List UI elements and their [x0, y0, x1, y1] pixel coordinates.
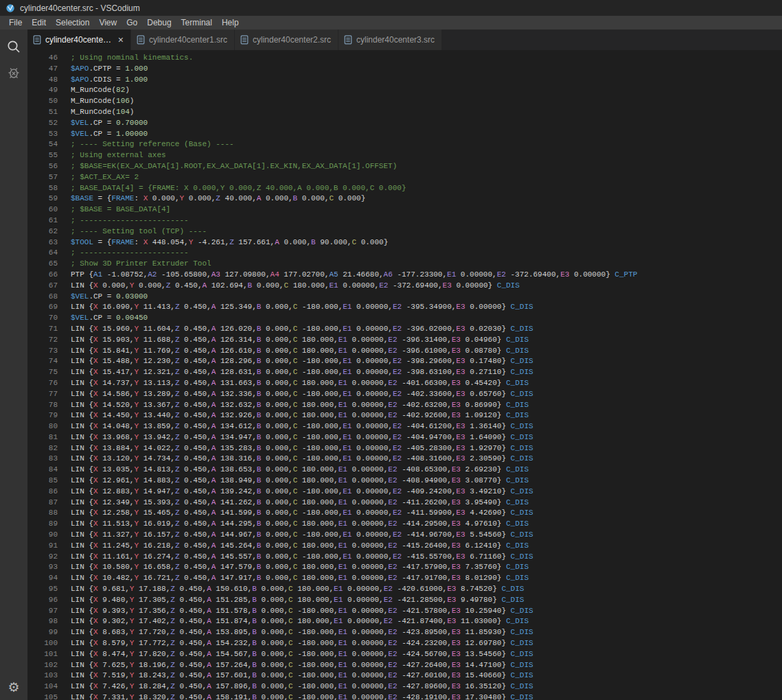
code-line: 72LIN {X 15.903,Y 11.688,Z 0.450,A 126.3…	[27, 335, 782, 346]
menu-file[interactable]: File	[4, 17, 27, 28]
code-line-text: LIN {X 7.519,Y 18.243,Z 0.450,A 157.601,…	[71, 670, 533, 681]
line-number: 62	[27, 226, 71, 237]
code-line-text: LIN {X 15.903,Y 11.688,Z 0.450,A 126.314…	[71, 335, 529, 346]
line-number: 50	[27, 96, 71, 107]
line-number: 75	[27, 367, 71, 378]
code-line: 91LIN {X 11.245,Y 16.218,Z 0.450,A 145.2…	[27, 541, 782, 552]
line-number: 63	[27, 237, 71, 248]
code-line: 95LIN {X 9.681,Y 17.188,Z 0.450,A 150.61…	[27, 584, 782, 595]
tab-label: cylinder40center2.src	[253, 35, 331, 45]
menu-edit[interactable]: Edit	[27, 17, 51, 28]
code-line: 84LIN {X 13.035,Y 14.813,Z 0.450,A 138.6…	[27, 465, 782, 476]
line-number: 46	[27, 53, 71, 64]
window-title: cylinder40center.src - VSCodium	[20, 3, 140, 13]
menu-selection[interactable]: Selection	[51, 17, 94, 28]
code-line: 87LIN {X 12.349,Y 15.393,Z 0.450,A 141.2…	[27, 498, 782, 509]
code-line: 75LIN {X 15.417,Y 12.321,Z 0.450,A 128.6…	[27, 367, 782, 378]
file-icon	[240, 35, 249, 45]
line-number: 73	[27, 346, 71, 357]
editor-tab-2[interactable]: cylinder40center1.src	[131, 30, 235, 50]
debug-icon[interactable]	[0, 60, 27, 86]
code-line: 51M_RunCode(104)	[27, 107, 782, 118]
tab-close-icon[interactable]: ×	[117, 35, 125, 45]
code-line: 77LIN {X 14.586,Y 13.289,Z 0.450,A 132.3…	[27, 389, 782, 400]
code-line: 102LIN {X 7.625,Y 18.196,Z 0.450,A 157.2…	[27, 660, 782, 671]
menu-help[interactable]: Help	[217, 17, 244, 28]
code-line: 52$VEL.CP = 0.70000	[27, 118, 782, 129]
code-line-text: LIN {X 13.968,Y 13.942,Z 0.450,A 134.947…	[71, 432, 533, 443]
code-line: 65; Show 3D Printer Extruder Tool	[27, 259, 782, 270]
code-line: 66PTP {A1 -1.08752,A2 -105.65800,A3 127.…	[27, 270, 782, 281]
line-number: 96	[27, 595, 71, 606]
line-number: 97	[27, 606, 71, 617]
menu-go[interactable]: Go	[122, 17, 142, 28]
line-number: 77	[27, 389, 71, 400]
code-line: 89LIN {X 11.513,Y 16.019,Z 0.450,A 144.2…	[27, 519, 782, 530]
code-editor[interactable]: 46; Using nominal kinematics.47$APO.CPTP…	[27, 50, 782, 700]
code-line-text: LIN {X 7.426,Y 18.284,Z 0.450,A 157.896,…	[71, 681, 533, 692]
line-number: 82	[27, 443, 71, 454]
file-icon	[33, 35, 41, 45]
code-line-text: LIN {X 11.245,Y 16.218,Z 0.450,A 145.264…	[71, 541, 529, 552]
editor-tab-4[interactable]: cylinder40center3.src	[338, 30, 442, 50]
code-line: 56; $BASE=EK(EX_AX_DATA[1].ROOT,EX_AX_DA…	[27, 161, 782, 172]
code-line: 69LIN {X 16.090,Y 11.413,Z 0.450,A 125.3…	[27, 302, 782, 313]
menu-debug[interactable]: Debug	[142, 17, 176, 28]
code-line: 62; ---- Setting tool (TCP) ----	[27, 226, 782, 237]
code-line: 70$VEL.CP = 0.00450	[27, 313, 782, 324]
line-number: 80	[27, 421, 71, 432]
code-line-text: $VEL.CP = 0.00450	[71, 313, 148, 324]
line-number: 92	[27, 552, 71, 563]
search-icon[interactable]	[0, 34, 27, 60]
line-number: 65	[27, 259, 71, 270]
tab-label: cylinder40center1.src	[149, 35, 227, 45]
code-line-text: LIN {X 14.450,Y 13.440,Z 0.450,A 132.926…	[71, 410, 529, 421]
line-number: 91	[27, 541, 71, 552]
editor-tab-1[interactable]: cylinder40center.src×	[27, 30, 131, 50]
line-number: 48	[27, 75, 71, 86]
code-line-text: LIN {X 10.580,Y 16.658,Z 0.450,A 147.579…	[71, 562, 529, 573]
code-line-text: LIN {X 10.482,Y 16.721,Z 0.450,A 147.917…	[71, 573, 529, 584]
line-number: 69	[27, 302, 71, 313]
editor-column: cylinder40center.src×cylinder40center1.s…	[27, 30, 782, 700]
code-line: 88LIN {X 12.258,Y 15.465,Z 0.450,A 141.5…	[27, 508, 782, 519]
code-line-text: LIN {X 11.327,Y 16.157,Z 0.450,A 144.967…	[71, 530, 533, 541]
line-number: 85	[27, 476, 71, 487]
code-line: 96LIN {X 9.480,Y 17.305,Z 0.450,A 151.28…	[27, 595, 782, 606]
code-line: 81LIN {X 13.968,Y 13.942,Z 0.450,A 134.9…	[27, 432, 782, 443]
code-line-text: LIN {X 14.048,Y 13.859,Z 0.450,A 134.612…	[71, 421, 533, 432]
code-line-text: LIN {X 15.417,Y 12.321,Z 0.450,A 128.631…	[71, 367, 533, 378]
line-number: 100	[27, 638, 71, 649]
line-number: 86	[27, 487, 71, 498]
main-area: ⚙ cylinder40center.src×cylinder40center1…	[0, 30, 782, 700]
titlebar: cylinder40center.src - VSCodium	[0, 0, 782, 16]
code-line-text: ; $ACT_EX_AX= 2	[71, 172, 139, 183]
code-line-text: LIN {X 14.586,Y 13.289,Z 0.450,A 132.336…	[71, 389, 533, 400]
code-line-text: LIN {X 7.331,Y 18.320,Z 0.450,A 158.191,…	[71, 692, 533, 700]
code-line: 94LIN {X 10.482,Y 16.721,Z 0.450,A 147.9…	[27, 573, 782, 584]
menubar: FileEditSelectionViewGoDebugTerminalHelp	[0, 16, 782, 30]
code-line: 90LIN {X 11.327,Y 16.157,Z 0.450,A 144.9…	[27, 530, 782, 541]
menu-view[interactable]: View	[94, 17, 122, 28]
settings-gear-icon[interactable]: ⚙	[0, 674, 27, 700]
line-number: 71	[27, 324, 71, 335]
line-number: 103	[27, 670, 71, 681]
line-number: 55	[27, 150, 71, 161]
line-number: 76	[27, 378, 71, 389]
line-number: 79	[27, 410, 71, 421]
line-number: 89	[27, 519, 71, 530]
code-line-text: LIN {X 13.035,Y 14.813,Z 0.450,A 138.653…	[71, 465, 529, 476]
menu-terminal[interactable]: Terminal	[176, 17, 217, 28]
code-line-text: ; $BASE=EK(EX_AX_DATA[1].ROOT,EX_AX_DATA…	[71, 161, 397, 172]
code-line-text: LIN {X 9.302,Y 17.402,Z 0.450,A 151.874,…	[71, 616, 529, 627]
code-line: 97LIN {X 9.393,Y 17.356,Z 0.450,A 151.57…	[27, 606, 782, 617]
editor-tab-3[interactable]: cylinder40center2.src	[235, 30, 338, 50]
code-line-text: $VEL.CP = 1.00000	[71, 129, 148, 140]
line-number: 60	[27, 205, 71, 215]
code-line-text: LIN {X 8.683,Y 17.720,Z 0.450,A 153.895,…	[71, 627, 533, 638]
code-line-text: LIN {X 14.737,Y 13.113,Z 0.450,A 131.663…	[71, 378, 529, 389]
line-number: 70	[27, 313, 71, 324]
code-line-text: LIN {X 7.625,Y 18.196,Z 0.450,A 157.264,…	[71, 660, 533, 671]
code-line: 53$VEL.CP = 1.00000	[27, 129, 782, 140]
code-line: 79LIN {X 14.450,Y 13.440,Z 0.450,A 132.9…	[27, 410, 782, 421]
